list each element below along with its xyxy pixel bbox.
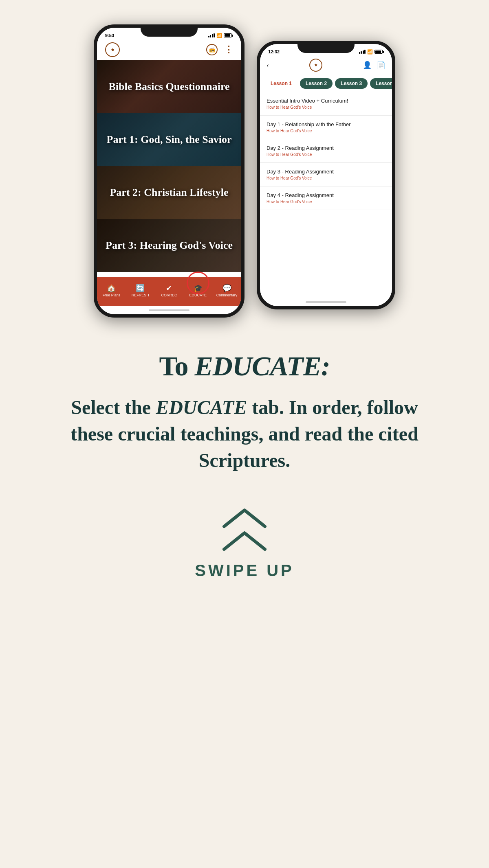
- home-bar-left: [149, 309, 189, 311]
- lesson-title-2: Day 1 - Relationship with the Father: [267, 121, 385, 127]
- lesson-title-1: Essential Intro Video + Curriculum!: [267, 98, 385, 104]
- menu-item-4[interactable]: Part 3: Hearing God's Voice: [97, 219, 241, 272]
- lesson-tabs: Lesson 1 Lesson 2 Lesson 3 Lesson: [260, 75, 392, 92]
- list-item-5[interactable]: Day 4 - Reading Assignment How to Hear G…: [260, 186, 392, 210]
- nav-item-commentary[interactable]: 💬 Commentary: [216, 285, 238, 297]
- list-item-4[interactable]: Day 3 - Reading Assignment How to Hear G…: [260, 163, 392, 186]
- right-phone: 12:32 📶: [257, 41, 395, 309]
- status-bar-left: 9:53 📶: [97, 28, 241, 41]
- lesson-title-4: Day 3 - Reading Assignment: [267, 169, 385, 175]
- menu-text-2: Part 1: God, Sin, the Savior: [99, 133, 240, 146]
- educate-icon: 🎓: [194, 285, 203, 292]
- menu-sections: Bible Basics Questionnaire Part 1: God, …: [97, 60, 241, 277]
- swipe-section: SWIPE UP: [195, 506, 294, 580]
- tab-lesson-1[interactable]: Lesson 1: [265, 78, 297, 89]
- chevrons-wrapper: [220, 506, 269, 553]
- home-icon: 🏠: [107, 285, 116, 292]
- nav-item-refresh[interactable]: 🔄 REFRESH: [129, 285, 152, 297]
- lesson-subtitle-4: How to Hear God's Voice: [267, 176, 385, 180]
- list-item-2[interactable]: Day 1 - Relationship with the Father How…: [260, 116, 392, 139]
- back-arrow-icon[interactable]: ‹: [267, 61, 269, 70]
- chevron-up-1: [220, 506, 269, 530]
- right-top-bar: ‹ ⚜ 👤 📄: [260, 57, 392, 75]
- right-icons: 👤 📄: [363, 61, 385, 70]
- tab-lesson-3[interactable]: Lesson 3: [335, 78, 368, 89]
- signal-icon-right: [359, 50, 366, 54]
- logo-left: ⚜: [105, 42, 120, 57]
- menu-item-3[interactable]: Part 2: Christian Lifestyle: [97, 166, 241, 219]
- profile-icon[interactable]: 👤: [363, 61, 372, 70]
- home-indicator-right: [260, 298, 392, 306]
- podcast-icon[interactable]: 📻: [206, 44, 218, 55]
- status-icons-left: 📶: [208, 33, 233, 38]
- home-indicator-left: [97, 306, 241, 314]
- left-phone: 9:53 📶: [94, 24, 244, 318]
- check-icon: ✔: [166, 285, 172, 292]
- document-icon[interactable]: 📄: [377, 61, 385, 70]
- more-icon[interactable]: ⋮: [224, 44, 233, 55]
- lesson-title-5: Day 4 - Reading Assignment: [267, 192, 385, 198]
- menu-text-3: Part 2: Christian Lifestyle: [101, 186, 236, 199]
- lesson-subtitle-5: How to Hear God's Voice: [267, 199, 385, 204]
- logo-right: ⚜: [309, 59, 322, 72]
- menu-text-1: Bible Basics Questionnaire: [100, 80, 238, 93]
- nav-item-educate[interactable]: 🎓 EDUCATE: [187, 285, 209, 297]
- time-right: 12:32: [268, 49, 280, 54]
- battery-icon: [224, 33, 233, 37]
- commentary-icon: 💬: [222, 285, 231, 292]
- tab-lesson-2[interactable]: Lesson 2: [300, 78, 333, 89]
- correct-label: CORREC: [161, 293, 177, 297]
- list-item-1[interactable]: Essential Intro Video + Curriculum! How …: [260, 92, 392, 116]
- nav-icons-left: 📻 ⋮: [206, 44, 233, 55]
- text-section: To EDUCATE: Select the EDUCATE tab. In o…: [29, 350, 460, 473]
- lesson-subtitle-3: How to Hear God's Voice: [267, 152, 385, 157]
- lesson-title-3: Day 2 - Reading Assignment: [267, 145, 385, 151]
- nav-item-free-plans[interactable]: 🏠 Free Plans: [100, 285, 123, 297]
- lesson-list: Essential Intro Video + Curriculum! How …: [260, 92, 392, 298]
- commentary-label: Commentary: [216, 293, 238, 297]
- free-plans-label: Free Plans: [103, 293, 121, 297]
- heading-educate: To EDUCATE:: [61, 350, 428, 382]
- tab-lesson-more[interactable]: Lesson: [370, 78, 392, 89]
- menu-item-2[interactable]: Part 1: God, Sin, the Savior: [97, 113, 241, 166]
- time-left: 9:53: [105, 33, 114, 38]
- educate-label: EDUCATE: [189, 293, 207, 297]
- left-nav-bar: ⚜ 📻 ⋮: [97, 41, 241, 60]
- nav-item-correct[interactable]: ✔ CORREC: [158, 285, 180, 297]
- list-item-3[interactable]: Day 2 - Reading Assignment How to Hear G…: [260, 139, 392, 163]
- swipe-up-label: SWIPE UP: [195, 561, 294, 580]
- phones-section: 9:53 📶: [8, 16, 481, 326]
- refresh-label: REFRESH: [132, 293, 149, 297]
- menu-item-1[interactable]: Bible Basics Questionnaire: [97, 60, 241, 113]
- status-icons-right: 📶: [359, 49, 384, 55]
- refresh-icon: 🔄: [136, 285, 145, 292]
- battery-icon-right: [374, 50, 384, 54]
- body-text: Select the EDUCATE tab. In order, follow…: [61, 395, 428, 473]
- wifi-icon-right: 📶: [367, 49, 373, 55]
- chevron-up-2: [220, 529, 269, 553]
- status-bar-right: 12:32 📶: [260, 44, 392, 57]
- signal-icon: [208, 33, 215, 37]
- bottom-nav-left: 🏠 Free Plans 🔄 REFRESH ✔ CORREC 🎓: [97, 277, 241, 306]
- menu-text-4: Part 3: Hearing God's Voice: [97, 239, 241, 252]
- wifi-icon: 📶: [216, 33, 222, 38]
- home-bar-right: [306, 301, 346, 303]
- lesson-subtitle-1: How to Hear God's Voice: [267, 105, 385, 110]
- lesson-subtitle-2: How to Hear God's Voice: [267, 129, 385, 133]
